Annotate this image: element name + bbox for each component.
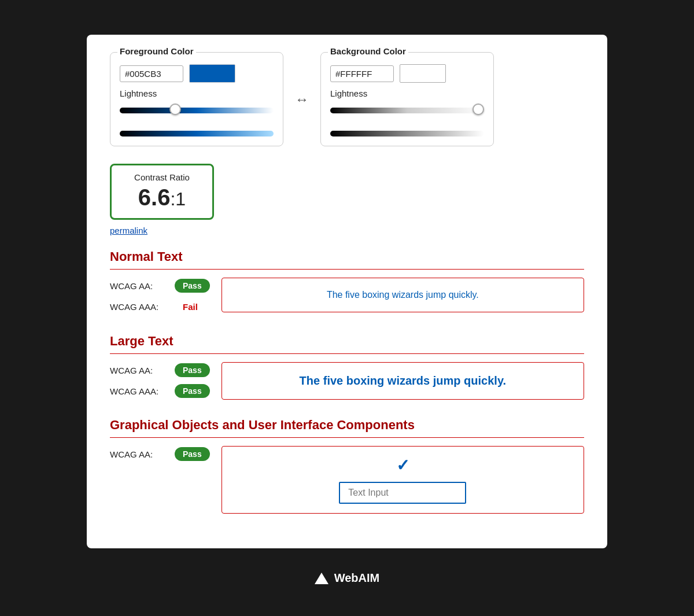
graphical-aa-row: WCAG AA: Pass: [110, 447, 210, 461]
background-slider-container: [330, 102, 484, 127]
large-text-section: Large Text WCAG AA: Pass WCAG AAA: Pass …: [110, 334, 584, 401]
background-color-box: Background Color Lightness: [320, 52, 494, 146]
normal-text-section: Normal Text WCAG AA: Pass WCAG AAA: Fail…: [110, 249, 584, 318]
large-preview-text: The five boxing wizards jump quickly.: [300, 374, 506, 388]
graphical-labels: WCAG AA: Pass: [110, 446, 210, 464]
graphical-wcag-row: WCAG AA: Pass ✓: [110, 446, 584, 514]
foreground-gradient-bar: [120, 131, 274, 137]
permalink-link[interactable]: permalink: [110, 226, 584, 235]
background-swatch: [400, 64, 446, 83]
normal-text-preview: The five boxing wizards jump quickly.: [222, 278, 584, 312]
background-label: Background Color: [328, 46, 408, 56]
large-aa-row: WCAG AA: Pass: [110, 363, 210, 377]
normal-aaa-row: WCAG AAA: Fail: [110, 300, 210, 314]
large-aaa-row: WCAG AAA: Pass: [110, 384, 210, 398]
contrast-ratio-value: 6.6:1: [123, 186, 201, 209]
foreground-color-box: Foreground Color Lightness: [110, 52, 283, 146]
graphical-preview: ✓: [222, 446, 584, 514]
foreground-input-row: [120, 64, 274, 83]
contrast-number: 6.6: [138, 185, 171, 210]
normal-text-wcag-row: WCAG AA: Pass WCAG AAA: Fail The five bo…: [110, 278, 584, 318]
foreground-label: Foreground Color: [117, 46, 196, 56]
webaim-triangle-icon: [315, 573, 328, 584]
background-input-row: [330, 64, 484, 83]
normal-aa-label: WCAG AA:: [110, 281, 168, 291]
large-aa-label: WCAG AA:: [110, 366, 168, 375]
color-pickers-row: Foreground Color Lightness ↔ Background …: [110, 52, 584, 146]
contrast-colon: :1: [170, 189, 186, 209]
checkmark-icon: ✓: [396, 456, 409, 475]
graphical-aa-badge: Pass: [175, 447, 210, 461]
footer: WebAIM: [315, 571, 380, 585]
large-aaa-label: WCAG AAA:: [110, 386, 168, 396]
background-lightness-label: Lightness: [330, 88, 484, 98]
large-text-labels: WCAG AA: Pass WCAG AAA: Pass: [110, 362, 210, 401]
large-text-title: Large Text: [110, 334, 584, 349]
foreground-hex-input[interactable]: [120, 65, 183, 82]
contrast-section: Contrast Ratio 6.6:1 permalink: [110, 164, 584, 235]
graphical-aa-label: WCAG AA:: [110, 449, 168, 459]
swap-colors-icon[interactable]: ↔: [295, 91, 309, 108]
normal-text-title: Normal Text: [110, 249, 584, 264]
large-text-divider: [110, 353, 584, 354]
normal-preview-text: The five boxing wizards jump quickly.: [327, 290, 479, 300]
footer-label: WebAIM: [334, 571, 380, 585]
large-aa-badge: Pass: [175, 363, 210, 377]
normal-aaa-label: WCAG AAA:: [110, 302, 168, 312]
foreground-swatch: [189, 64, 235, 83]
foreground-slider-container: [120, 102, 274, 127]
background-lightness-slider[interactable]: [330, 108, 484, 113]
normal-aa-badge: Pass: [175, 279, 210, 293]
foreground-lightness-slider[interactable]: [120, 108, 274, 113]
main-card: Foreground Color Lightness ↔ Background …: [87, 35, 607, 548]
background-gradient-bar: [330, 131, 484, 137]
contrast-ratio-label: Contrast Ratio: [123, 172, 201, 182]
normal-aaa-badge: Fail: [175, 300, 206, 314]
foreground-lightness-label: Lightness: [120, 88, 274, 98]
text-input-demo[interactable]: [339, 482, 466, 504]
graphical-divider: [110, 437, 584, 438]
large-aaa-badge: Pass: [175, 384, 210, 398]
normal-text-divider: [110, 269, 584, 270]
background-hex-input[interactable]: [330, 65, 394, 82]
graphical-title: Graphical Objects and User Interface Com…: [110, 418, 584, 433]
graphical-section: Graphical Objects and User Interface Com…: [110, 418, 584, 514]
normal-aa-row: WCAG AA: Pass: [110, 279, 210, 293]
normal-text-labels: WCAG AA: Pass WCAG AAA: Fail: [110, 278, 210, 318]
large-text-wcag-row: WCAG AA: Pass WCAG AAA: Pass The five bo…: [110, 362, 584, 401]
large-text-preview: The five boxing wizards jump quickly.: [222, 362, 584, 400]
contrast-box: Contrast Ratio 6.6:1: [110, 164, 214, 220]
